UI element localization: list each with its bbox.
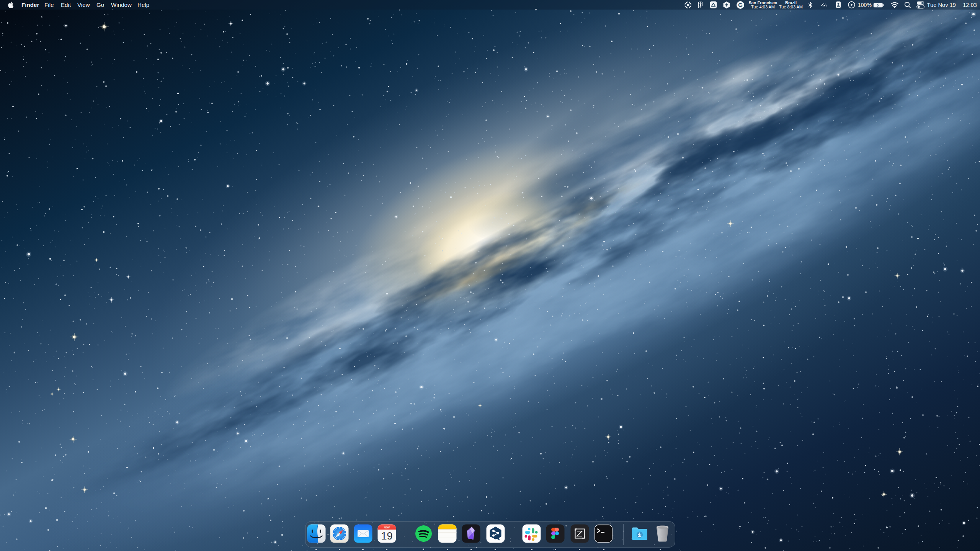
svg-text:19: 19 xyxy=(381,530,392,542)
svg-text:NOV: NOV xyxy=(384,526,390,529)
